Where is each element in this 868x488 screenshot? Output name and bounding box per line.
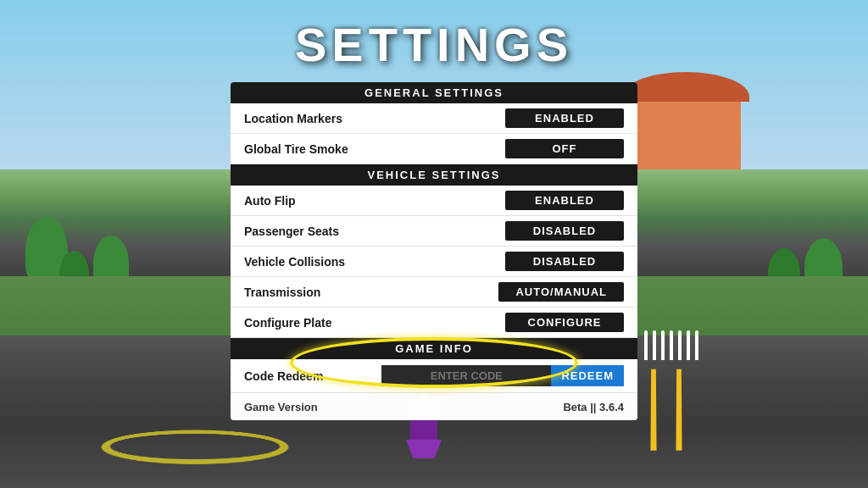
location-markers-row: Location Markers ENABLED bbox=[231, 103, 637, 134]
vehicle-collisions-row: Vehicle Collisions DISABLED bbox=[231, 247, 637, 277]
settings-panel: GENERAL SETTINGS Location Markers ENABLE… bbox=[231, 82, 637, 420]
settings-container: SETTINGS GENERAL SETTINGS Location Marke… bbox=[214, 0, 654, 420]
global-tire-smoke-label: Global Tire Smoke bbox=[244, 142, 348, 156]
auto-flip-row: Auto Flip ENABLED bbox=[231, 186, 637, 216]
road-line-1 bbox=[676, 369, 682, 451]
general-settings-header: GENERAL SETTINGS bbox=[231, 82, 637, 103]
game-version-row: Game Version Beta || 3.6.4 bbox=[231, 393, 637, 420]
code-redeem-row: Code Redeem REDEEM bbox=[231, 359, 637, 393]
code-redeem-label: Code Redeem bbox=[244, 369, 323, 383]
fence bbox=[698, 165, 783, 199]
transmission-value[interactable]: AUTO/MANUAL bbox=[498, 282, 624, 302]
configure-plate-row: Configure Plate CONFIGURE bbox=[231, 308, 637, 338]
code-input[interactable] bbox=[381, 365, 551, 386]
code-input-wrapper: REDEEM bbox=[381, 365, 624, 386]
global-tire-smoke-value[interactable]: OFF bbox=[505, 139, 624, 158]
passenger-seats-label: Passenger Seats bbox=[244, 225, 339, 238]
auto-flip-value[interactable]: ENABLED bbox=[505, 191, 624, 210]
redeem-button[interactable]: REDEEM bbox=[551, 365, 624, 386]
transmission-label: Transmission bbox=[244, 286, 320, 299]
vehicle-collisions-label: Vehicle Collisions bbox=[244, 255, 345, 269]
vehicle-settings-header: VEHICLE SETTINGS bbox=[231, 164, 637, 186]
global-tire-smoke-row: Global Tire Smoke OFF bbox=[231, 134, 637, 164]
location-markers-value[interactable]: ENABLED bbox=[505, 108, 624, 128]
vehicle-collisions-value[interactable]: DISABLED bbox=[505, 252, 624, 271]
location-markers-label: Location Markers bbox=[244, 112, 342, 125]
passenger-seats-value[interactable]: DISABLED bbox=[505, 221, 624, 241]
transmission-row: Transmission AUTO/MANUAL bbox=[231, 277, 637, 308]
page-title: SETTINGS bbox=[295, 17, 573, 72]
game-version-value: Beta || 3.6.4 bbox=[563, 401, 624, 413]
game-info-header: GAME INFO bbox=[231, 338, 637, 359]
configure-plate-label: Configure Plate bbox=[244, 316, 331, 330]
configure-plate-value[interactable]: CONFIGURE bbox=[505, 313, 624, 332]
passenger-seats-row: Passenger Seats DISABLED bbox=[231, 216, 637, 247]
game-version-label: Game Version bbox=[244, 401, 318, 413]
auto-flip-label: Auto Flip bbox=[244, 194, 296, 208]
